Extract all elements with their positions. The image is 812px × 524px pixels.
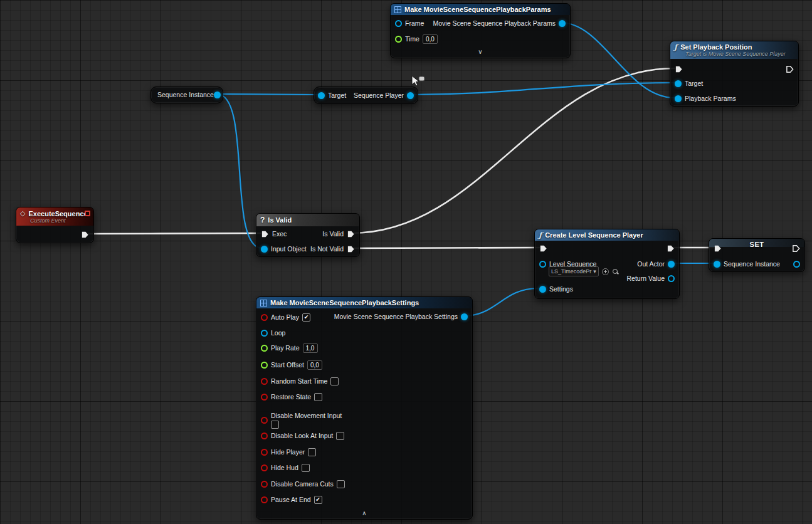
wire-exec-event-to-isvalid[interactable] <box>87 233 261 234</box>
pin-label: Hide Player <box>271 448 305 456</box>
node-make-playback-params[interactable]: Make MovieSceneSequencePlaybackParams Fr… <box>390 3 571 58</box>
delegate-pin[interactable] <box>85 211 90 216</box>
pin-label: Sequence Instance <box>724 260 780 268</box>
start-offset-field[interactable]: 0,0 <box>307 360 322 370</box>
asset-picker-dropdown[interactable]: LS_TimecodePr ▾ <box>549 266 599 276</box>
pin-label: Pause At End <box>271 496 311 503</box>
wire-data-settings-to-create-settings[interactable] <box>464 288 538 316</box>
pin-label: Disable Look At Input <box>271 432 333 439</box>
exec-in-pin[interactable] <box>261 230 269 238</box>
pin-label: Return Value <box>626 275 665 282</box>
target-pin[interactable] <box>318 92 325 99</box>
node-header[interactable]: ƒ Set Playback Position Target is Movie … <box>670 41 798 59</box>
pin-label: Play Rate <box>271 344 300 352</box>
make-struct-icon <box>394 6 401 13</box>
pin-label: Settings <box>549 285 573 293</box>
time-pin[interactable] <box>395 36 402 43</box>
node-title: Is Valid <box>268 216 292 224</box>
wire-exec-isnotvalid-to-create[interactable] <box>351 248 539 248</box>
is-valid-exec-out-pin[interactable] <box>347 230 355 238</box>
auto-play-pin[interactable] <box>261 314 268 321</box>
pin-label: Is Valid <box>322 230 344 238</box>
random-start-time-pin[interactable] <box>261 378 268 385</box>
disable-camera-cuts-pin[interactable] <box>261 481 268 488</box>
pause-at-end-checkbox[interactable]: ✔ <box>314 496 322 504</box>
node-make-playback-settings[interactable]: Make MovieSceneSequencePlaybackSettings … <box>256 296 473 520</box>
node-set-playback-position[interactable]: ƒ Set Playback Position Target is Movie … <box>670 41 799 107</box>
hide-hud-checkbox[interactable] <box>302 464 310 472</box>
exec-in-pin[interactable] <box>714 244 722 253</box>
hide-hud-pin[interactable] <box>261 464 268 471</box>
pause-at-end-pin[interactable] <box>261 496 268 503</box>
asset-name: LS_TimecodePr <box>551 268 591 275</box>
sequence-instance-input-pin[interactable] <box>714 261 720 268</box>
pin-label: Exec <box>272 230 287 238</box>
time-value-field[interactable]: 0,0 <box>423 34 438 44</box>
is-not-valid-exec-out-pin[interactable] <box>347 245 355 253</box>
pin-label: Random Start Time <box>271 377 327 385</box>
node-create-level-sequence-player[interactable]: ƒ Create Level Sequence Player Level Seq… <box>534 229 680 299</box>
disable-movement-input-checkbox[interactable] <box>271 421 279 429</box>
node-title: Make MovieSceneSequencePlaybackParams <box>404 6 551 13</box>
frame-pin[interactable] <box>395 20 402 27</box>
node-header[interactable]: ƒ Create Level Sequence Player <box>535 229 679 241</box>
value-output-pin[interactable] <box>793 261 800 268</box>
out-actor-pin[interactable] <box>668 261 675 268</box>
target-pin[interactable] <box>675 80 682 87</box>
restore-state-pin[interactable] <box>261 394 268 401</box>
restore-state-checkbox[interactable] <box>314 393 322 401</box>
node-get-sequence-player[interactable]: Target Sequence Player <box>314 86 418 104</box>
input-object-pin[interactable] <box>261 246 268 253</box>
wire-data-seqinstance-to-player-target[interactable] <box>217 94 319 95</box>
play-rate-pin[interactable] <box>261 345 268 352</box>
exec-in-pin[interactable] <box>675 65 683 73</box>
exec-out-pin[interactable] <box>786 65 794 73</box>
node-header[interactable]: ◇ ExecuteSequence Custom Event <box>16 207 93 226</box>
node-is-valid[interactable]: ? Is Valid Exec Is Valid Input Object Is… <box>256 213 360 257</box>
exec-out-pin[interactable] <box>667 244 675 253</box>
exec-out-pin[interactable] <box>81 231 89 239</box>
sequence-instance-output-pin[interactable] <box>214 92 221 98</box>
disable-camera-cuts-checkbox[interactable] <box>337 480 345 488</box>
node-header[interactable]: ? Is Valid <box>256 214 359 226</box>
pin-label: Is Not Valid <box>310 245 344 253</box>
make-struct-icon <box>260 300 267 307</box>
node-title: Set Playback Position <box>680 43 752 51</box>
playback-settings-output-pin[interactable] <box>461 313 468 320</box>
start-offset-pin[interactable] <box>261 362 268 369</box>
level-sequence-pin[interactable] <box>539 261 546 268</box>
node-title: Create Level Sequence Player <box>545 231 643 239</box>
use-selected-asset-icon[interactable] <box>602 268 609 275</box>
node-set-sequence-instance[interactable]: SET Sequence Instance <box>709 238 805 272</box>
play-rate-field[interactable]: 1,0 <box>303 343 318 353</box>
hide-player-checkbox[interactable] <box>308 448 316 456</box>
hide-player-pin[interactable] <box>261 449 268 456</box>
node-execute-sequence-event[interactable]: ◇ ExecuteSequence Custom Event <box>16 207 94 243</box>
node-get-sequence-instance[interactable]: Sequence Instance <box>150 86 223 103</box>
random-start-time-checkbox[interactable] <box>330 377 339 385</box>
disable-look-at-input-pin[interactable] <box>261 432 268 439</box>
wire-data-params-to-playbackparams[interactable] <box>561 23 675 98</box>
sequence-player-output-pin[interactable] <box>407 92 414 99</box>
browse-to-asset-icon[interactable] <box>612 268 619 275</box>
disable-movement-input-pin[interactable] <box>261 417 268 424</box>
playback-params-pin[interactable] <box>675 95 682 102</box>
node-subtitle: Target is Movie Scene Sequence Player <box>685 51 793 57</box>
settings-pin[interactable] <box>539 286 546 293</box>
pin-label: Movie Scene Sequence Playback Params <box>433 19 556 27</box>
exec-out-pin[interactable] <box>792 244 800 253</box>
expand-pins-chevron[interactable]: ∨ <box>391 49 570 55</box>
pin-label: Out Actor <box>637 260 665 268</box>
exec-in-pin[interactable] <box>539 244 547 253</box>
wire-data-player-to-setplayback-target[interactable] <box>409 83 675 95</box>
pin-label: Movie Scene Sequence Playback Settings <box>334 313 458 320</box>
loop-pin[interactable] <box>261 330 268 337</box>
node-header[interactable]: Make MovieSceneSequencePlaybackParams <box>391 4 570 15</box>
node-header[interactable]: Make MovieSceneSequencePlaybackSettings <box>256 297 472 308</box>
return-value-pin[interactable] <box>668 275 675 282</box>
blueprint-canvas[interactable]: { "colors": { "exec_wire": "#e9e9e9", "d… <box>0 0 812 524</box>
disable-look-at-input-checkbox[interactable] <box>336 432 344 440</box>
collapse-pins-chevron[interactable]: ∧ <box>256 510 472 516</box>
auto-play-checkbox[interactable]: ✔ <box>302 313 310 322</box>
playback-params-output-pin[interactable] <box>559 20 566 27</box>
